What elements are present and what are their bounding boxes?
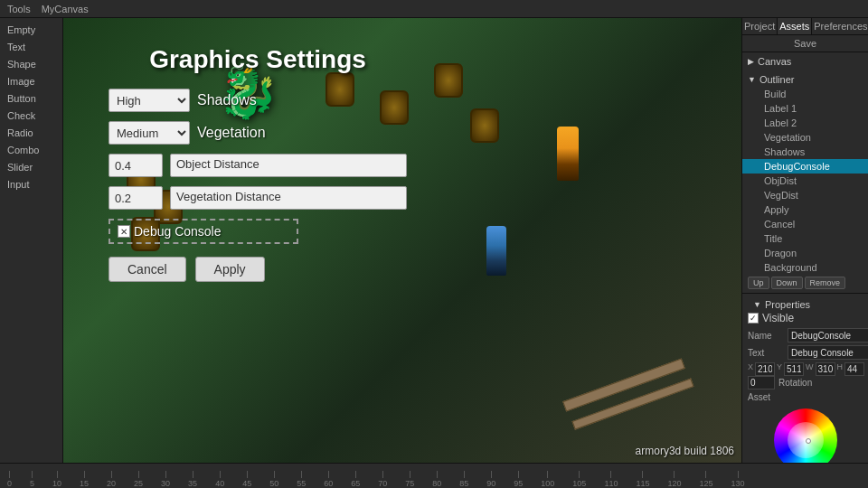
veg-distance-label: Vegetation Distance	[170, 186, 407, 210]
properties-panel: ▼ Properties ✓ Visible Name Text X Y W	[742, 293, 868, 463]
tree-item-cancel[interactable]: Cancel	[742, 217, 868, 231]
tick-20: 20	[107, 471, 116, 488]
tree-up-button[interactable]: Up	[748, 277, 769, 289]
tree-down-button[interactable]: Down	[771, 277, 803, 289]
tool-image[interactable]: Image	[0, 73, 62, 89]
gfx-buttons: Cancel Apply	[108, 257, 407, 282]
h-input[interactable]	[844, 362, 864, 376]
x-input[interactable]	[755, 362, 775, 376]
tab-preferences[interactable]: Preferences	[812, 18, 868, 34]
tick-5: 5	[30, 471, 34, 488]
tick-30: 30	[161, 471, 170, 488]
tool-empty[interactable]: Empty	[0, 22, 62, 38]
properties-header[interactable]: ▼ Properties	[748, 297, 863, 312]
graphics-settings-panel: Graphics Settings High Low Medium Ultra …	[108, 45, 407, 282]
main-area: Empty Text Shape Image Button Check Radi…	[0, 18, 868, 463]
tree-item-background[interactable]: Background	[742, 260, 868, 275]
tree-item-apply[interactable]: Apply	[742, 202, 868, 217]
veg-distance-row: Vegetation Distance	[108, 186, 407, 210]
object-distance-input[interactable]	[108, 154, 163, 177]
gfx-title: Graphics Settings	[108, 45, 407, 74]
tree-controls: Up Down Remove	[742, 275, 868, 291]
rotation-key: Rotation	[778, 378, 815, 388]
tree-item-title[interactable]: Title	[742, 231, 868, 246]
tool-combo[interactable]: Combo	[0, 142, 62, 158]
canvas-section-header[interactable]: ▶ Canvas	[742, 54, 868, 69]
tree-item-label1[interactable]: Label 1	[742, 101, 868, 116]
tree-item-debugconsole[interactable]: DebugConsole	[742, 159, 868, 174]
name-row: Name	[748, 328, 863, 343]
timeline-bar: 0510152025303540455055606570758085909510…	[0, 463, 868, 488]
tool-text[interactable]: Text	[0, 39, 62, 55]
barrel-3	[434, 63, 463, 98]
tab-project[interactable]: Project	[742, 18, 778, 34]
canvas-section: ▶ Canvas	[742, 52, 868, 70]
build-info: armory3d build 1806	[636, 445, 734, 457]
debug-console-row: ✕ Debug Console	[108, 219, 298, 244]
vegetation-label: Vegetation	[197, 125, 266, 141]
timeline-ruler: 0510152025303540455055606570758085909510…	[0, 464, 868, 488]
tree-item-label2[interactable]: Label 2	[742, 116, 868, 130]
cancel-button[interactable]: Cancel	[108, 257, 186, 282]
outliner-arrow-icon: ▼	[748, 75, 756, 84]
tick-0: 0	[7, 471, 12, 488]
tree-item-shadows[interactable]: Shadows	[742, 145, 868, 159]
apply-button[interactable]: Apply	[195, 257, 265, 282]
tick-60: 60	[324, 471, 333, 488]
tool-input[interactable]: Input	[0, 176, 62, 192]
tool-button[interactable]: Button	[0, 90, 62, 107]
asset-row: Asset	[748, 392, 863, 402]
object-distance-row: Object Distance	[108, 154, 407, 177]
shadows-label: Shadows	[197, 92, 257, 108]
w-input[interactable]	[816, 362, 835, 376]
barrel-4	[470, 108, 499, 143]
save-button[interactable]: Save	[742, 35, 868, 52]
color-wheel-area	[748, 405, 863, 463]
tree-item-objdist[interactable]: ObjDist	[742, 174, 868, 188]
tool-shape[interactable]: Shape	[0, 56, 62, 72]
tick-35: 35	[188, 471, 197, 488]
tick-125: 125	[699, 471, 712, 488]
tools-menu[interactable]: Tools	[7, 4, 31, 14]
character-orange	[557, 127, 579, 181]
color-wheel-cursor[interactable]	[806, 438, 811, 444]
y-input[interactable]	[784, 362, 804, 376]
tool-radio[interactable]: Radio	[0, 125, 62, 141]
canvas-area: 🐉 Graphics Settings High Low Medium Ultr…	[63, 18, 741, 463]
name-key: Name	[748, 331, 784, 341]
visible-row: ✓ Visible	[748, 312, 863, 324]
tick-80: 80	[432, 471, 441, 488]
debug-console-checkbox[interactable]: ✕	[118, 225, 130, 238]
tick-75: 75	[405, 471, 414, 488]
object-distance-label: Object Distance	[170, 154, 407, 177]
tick-70: 70	[378, 471, 387, 488]
outliner-section: ▼ Outliner Build Label 1 Label 2 Vegetat…	[742, 70, 868, 293]
tick-55: 55	[297, 471, 306, 488]
name-input[interactable]	[788, 328, 868, 343]
color-wheel[interactable]	[774, 408, 837, 463]
tree-item-dragon[interactable]: Dragon	[742, 246, 868, 260]
rotation-input[interactable]	[748, 376, 775, 389]
tree-item-build[interactable]: Build	[742, 87, 868, 101]
shadows-select[interactable]: High Low Medium Ultra	[108, 89, 190, 112]
tool-slider[interactable]: Slider	[0, 159, 62, 175]
tick-95: 95	[514, 471, 523, 488]
tree-remove-button[interactable]: Remove	[805, 277, 846, 289]
y-label: Y	[777, 362, 782, 376]
debug-console-label: Debug Console	[134, 224, 222, 239]
canvas-name[interactable]: MyCanvas	[42, 4, 89, 14]
text-input[interactable]	[788, 345, 868, 360]
tool-check[interactable]: Check	[0, 108, 62, 124]
text-key: Text	[748, 348, 784, 358]
tree-item-vegdist[interactable]: VegDist	[742, 188, 868, 202]
vegetation-select[interactable]: Medium Low High	[108, 121, 190, 145]
visible-checkbox[interactable]: ✓	[748, 313, 759, 324]
rotation-row: Rotation	[748, 376, 863, 389]
tick-105: 105	[572, 471, 586, 488]
tab-assets[interactable]: Assets	[778, 18, 812, 34]
outliner-header[interactable]: ▼ Outliner	[742, 72, 868, 87]
left-panel: Empty Text Shape Image Button Check Radi…	[0, 18, 63, 463]
text-row: Text	[748, 345, 863, 360]
tree-item-vegetation[interactable]: Vegetation	[742, 130, 868, 145]
veg-distance-input[interactable]	[108, 186, 163, 210]
